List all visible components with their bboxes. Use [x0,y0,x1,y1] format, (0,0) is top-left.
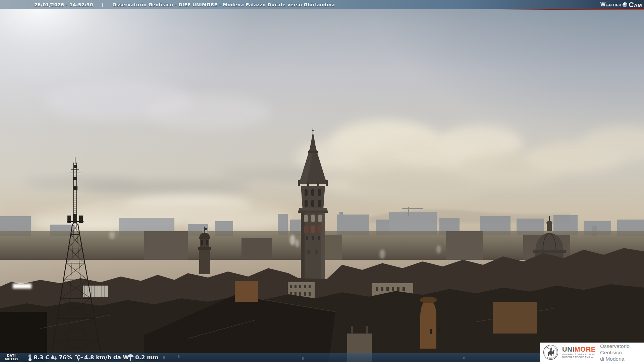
observatory-name-line1: Osservatorio Geofisico [600,343,644,356]
weather-label-line1: DATI [7,354,16,358]
seal-year: 1175 [549,356,552,358]
weather-data-label: DATI METEO [5,353,18,362]
weather-label-line2: METEO [5,358,18,361]
camera-lens-icon [623,2,627,7]
weathercam-logo[interactable]: Weather Cam [600,0,642,9]
unimore-wordmark: UNIMORE UNIVERSITÀ DEGLI STUDI DI MODENA… [562,346,596,359]
precipitation-reading: 0.2 mm [127,353,158,362]
humidity-value: 76% [59,354,72,361]
webcam-page: 26/01/2026 - 14:52:30 | Osservatorio Geo… [0,0,644,362]
umbrella-icon [127,354,134,361]
unimore-logo-box[interactable]: 1175 UNIMORE UNIVERSITÀ DEGLI STUDI DI M… [540,343,644,362]
skylight-glint [13,284,32,289]
weathercam-weather-text: Weather [600,2,621,8]
temperature-reading: 8.3 C [28,353,49,362]
title-separator: | [102,2,104,7]
observatory-name: Osservatorio Geofisico di Modena [600,343,644,362]
unimore-more-text: MORE [575,346,596,353]
unimore-seal-icon: 1175 [543,345,558,360]
camera-title: Osservatorio Geofisico - DIEF UNIMORE - … [112,2,335,7]
timestamp: 26/01/2026 - 14:52:30 [34,2,93,7]
cityscape [0,0,644,362]
red-accent-line [500,9,644,10]
precipitation-value: 0.2 mm [135,354,158,361]
unimore-uni-text: UNI [562,346,575,353]
humidity-icon [50,354,58,361]
observatory-name-line2: di Modena [600,356,644,362]
university-name-line2: MODENA E REGGIO EMILIA [562,356,596,359]
top-overlay-bar: 26/01/2026 - 14:52:30 | Osservatorio Geo… [0,0,644,9]
wind-value: 4.8 km/h da W [84,354,129,361]
temperature-value: 8.3 C [34,354,49,361]
university-name-line1: UNIVERSITÀ DEGLI STUDI DI [562,353,596,356]
wind-vane-icon [74,354,83,362]
wind-reading: 4.8 km/h da W [74,353,129,362]
thermometer-icon [28,354,33,362]
weathercam-cam-text: Cam [629,1,642,9]
humidity-reading: 76% [50,353,72,362]
